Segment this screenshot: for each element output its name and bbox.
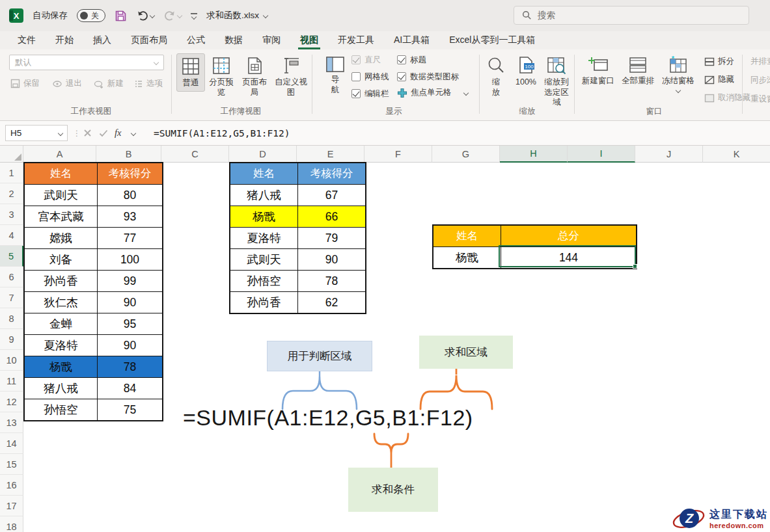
checkbox-数据类型图标[interactable]: 数据类型图标 (397, 70, 459, 83)
column-header-H[interactable]: H (500, 146, 568, 163)
checkbox-编辑栏[interactable]: 编辑栏 (351, 87, 389, 100)
row-header-11[interactable]: 11 (0, 371, 23, 392)
undo-button[interactable] (136, 9, 154, 22)
table-cell[interactable]: 75 (98, 399, 162, 420)
checkbox-直尺[interactable]: 直尺 (351, 53, 389, 66)
page-layout-view-button[interactable]: 页面布局 (238, 53, 271, 100)
select-all-corner[interactable] (0, 146, 23, 163)
row-header-7[interactable]: 7 (0, 287, 23, 308)
redo-button[interactable] (163, 9, 182, 22)
table-cell[interactable]: 67 (298, 185, 365, 206)
search-input[interactable]: 搜索 (514, 6, 749, 25)
table-cell[interactable]: 95 (98, 313, 162, 334)
row-header-13[interactable]: 13 (0, 412, 23, 433)
menu-tab-文件[interactable]: 文件 (9, 31, 44, 49)
row-header-1[interactable]: 1 (0, 163, 23, 183)
table-header-cell[interactable]: 考核得分 (98, 163, 162, 184)
table-cell[interactable]: 嫦娥 (25, 228, 97, 248)
table-cell[interactable]: 99 (98, 271, 162, 291)
table-header-cell[interactable]: 姓名 (433, 226, 501, 246)
freeze-panes-button[interactable]: * 冻结窗格 (659, 53, 698, 95)
split-button[interactable]: 拆分 (704, 56, 734, 67)
new-view-button[interactable]: 新建 (94, 78, 124, 89)
table-cell[interactable]: 孙悟空 (230, 271, 297, 291)
row-header-8[interactable]: 8 (0, 308, 23, 329)
row-header-15[interactable]: 15 (0, 454, 23, 475)
unhide-button[interactable]: 取消隐藏 (704, 92, 750, 103)
focus-cell-button[interactable]: 焦点单元格 (397, 87, 468, 98)
autosave-toggle[interactable]: 关 (77, 9, 105, 22)
row-header-5[interactable]: 5 (0, 246, 23, 267)
window-extra-同步滚动[interactable]: 同步滚动 (747, 75, 770, 86)
name-box[interactable]: H5 (5, 125, 68, 141)
zoom-button[interactable]: 缩 放 (483, 53, 509, 100)
new-window-button[interactable]: 新建窗口 (579, 53, 617, 89)
exit-view-button[interactable]: 退出 (52, 78, 82, 89)
row-header-9[interactable]: 9 (0, 329, 23, 350)
menu-tab-数据[interactable]: 数据 (216, 31, 251, 49)
row-header-18[interactable]: 18 (0, 516, 23, 532)
row-header-10[interactable]: 10 (0, 350, 23, 371)
table-cell[interactable]: 夏洛特 (230, 228, 297, 248)
table-cell[interactable]: 猪八戒 (230, 185, 297, 206)
table-header-cell[interactable]: 总分 (501, 226, 636, 246)
menu-tab-视图[interactable]: 视图 (292, 31, 327, 49)
menu-tab-开发工具[interactable]: 开发工具 (329, 31, 383, 49)
table-cell[interactable]: 90 (298, 249, 365, 270)
table-cell[interactable]: 84 (98, 378, 162, 399)
menu-tab-AI工具箱[interactable]: AI工具箱 (385, 31, 438, 49)
title-dropdown-icon[interactable] (263, 13, 268, 18)
table-cell[interactable]: 夏洛特 (25, 335, 97, 356)
confirm-entry-button[interactable] (99, 125, 108, 141)
zoom-to-selection-button[interactable]: 缩放到选定区域 (542, 53, 571, 111)
arrange-all-button[interactable]: 全部重排 (618, 53, 657, 89)
table-cell[interactable]: 79 (298, 228, 365, 248)
table-cell[interactable]: 孙悟空 (25, 399, 97, 420)
row-header-16[interactable]: 16 (0, 475, 23, 496)
sheet-view-dropdown[interactable]: 默认 (9, 55, 164, 70)
window-extra-并排查看[interactable]: 并排查看 (747, 56, 770, 67)
save-button[interactable] (115, 10, 127, 22)
table-cell[interactable]: 杨戬 (25, 356, 97, 377)
column-header-A[interactable]: A (23, 146, 96, 163)
table-header-cell[interactable]: 考核得分 (298, 163, 365, 184)
column-header-I[interactable]: I (568, 146, 635, 163)
menu-tab-页面布局[interactable]: 页面布局 (122, 31, 176, 49)
menu-tab-Excel从零到一工具箱[interactable]: Excel从零到一工具箱 (441, 31, 543, 49)
undo-dropdown-icon[interactable] (150, 13, 155, 18)
column-header-E[interactable]: E (297, 146, 364, 163)
window-extra-重设窗口位置[interactable]: 重设窗口位置 (747, 94, 770, 105)
menu-tab-插入[interactable]: 插入 (85, 31, 120, 49)
table-cell[interactable]: 宫本武藏 (25, 206, 97, 227)
table-cell[interactable]: 78 (98, 356, 162, 377)
menu-tab-开始[interactable]: 开始 (47, 31, 82, 49)
selected-cell-H5[interactable]: 144 (501, 247, 636, 268)
table-cell[interactable]: 武则天 (25, 185, 97, 206)
row-header-3[interactable]: 3 (0, 204, 23, 225)
fx-chevron-icon[interactable] (131, 130, 136, 135)
table-cell[interactable]: 武则天 (230, 249, 297, 270)
menu-tab-审阅[interactable]: 审阅 (254, 31, 289, 49)
insert-function-button[interactable]: fx (115, 125, 121, 141)
table-cell[interactable]: 杨戬 (230, 206, 297, 227)
row-header-14[interactable]: 14 (0, 433, 23, 454)
formula-input[interactable]: =SUMIF(A1:E12,G5,B1:F12) (154, 125, 290, 141)
table-cell[interactable]: 90 (98, 292, 162, 313)
column-header-J[interactable]: J (635, 146, 703, 163)
custom-views-button[interactable]: 自定义视图 (273, 53, 309, 100)
row-header-2[interactable]: 2 (0, 183, 23, 204)
navigation-button[interactable]: 导 航 (322, 53, 349, 98)
column-header-B[interactable]: B (96, 146, 161, 163)
table-header-cell[interactable]: 姓名 (230, 163, 297, 184)
options-button[interactable]: 选项 (134, 78, 163, 89)
column-header-D[interactable]: D (229, 146, 297, 163)
name-box-chevron-icon[interactable] (58, 130, 63, 135)
normal-view-button[interactable]: 普通 (176, 53, 205, 92)
table-cell[interactable]: 杨戬 (433, 247, 501, 268)
freeze-panes-chevron-icon[interactable] (676, 87, 681, 92)
cancel-entry-button[interactable] (83, 125, 92, 141)
hide-button[interactable]: 隐藏 (704, 74, 734, 85)
table-cell[interactable]: 77 (98, 228, 162, 248)
checkbox-标题[interactable]: 标题 (397, 53, 459, 66)
zoom-100-button[interactable]: 100 100% (512, 53, 540, 90)
